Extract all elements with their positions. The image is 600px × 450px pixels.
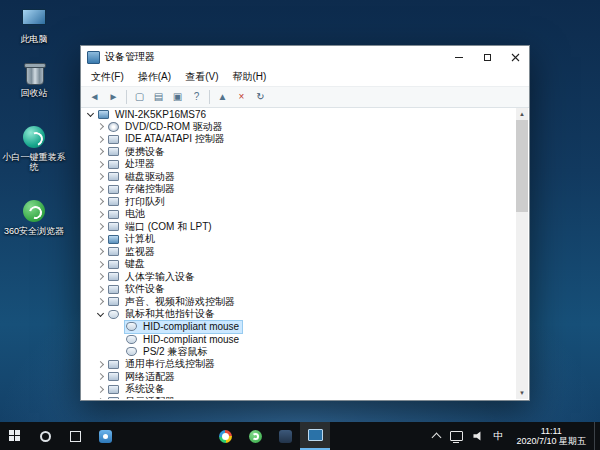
recycle-bin-icon: [19, 60, 49, 86]
expand-chevron-icon[interactable]: [96, 235, 105, 244]
tree-item-hid[interactable]: 人体学输入设备: [82, 271, 515, 284]
expand-chevron-icon[interactable]: [96, 135, 105, 144]
expand-chevron-icon[interactable]: [96, 122, 105, 131]
tray-overflow-button[interactable]: [428, 422, 445, 450]
volume-button[interactable]: [468, 422, 488, 450]
desktop-icon-this-pc[interactable]: 此电脑: [2, 6, 66, 44]
toolbar-properties-button[interactable]: ▣: [168, 88, 187, 106]
toolbar-console-window-button[interactable]: ▢: [130, 88, 149, 106]
tree-item-battery[interactable]: 电池: [82, 208, 515, 221]
tree-item-usb[interactable]: 通用串行总线控制器: [82, 358, 515, 371]
tree-item-ide[interactable]: IDE ATA/ATAPI 控制器: [82, 133, 515, 146]
taskbar-clock[interactable]: 11:11 2020/7/10 星期五: [508, 426, 594, 447]
expand-chevron-icon[interactable]: [96, 160, 105, 169]
tree-item-hid-mouse-1[interactable]: HID-compliant mouse: [82, 321, 515, 334]
expand-chevron-icon[interactable]: [96, 247, 105, 256]
tree-item-dvd[interactable]: DVD/CD-ROM 驱动器: [82, 121, 515, 134]
close-button[interactable]: [501, 46, 529, 68]
menu-view[interactable]: 查看(V): [178, 70, 225, 84]
minimize-button[interactable]: [445, 46, 473, 68]
show-desktop-button[interactable]: [594, 422, 600, 450]
pinned-360-browser[interactable]: [240, 422, 270, 450]
taskbar: 中 11:11 2020/7/10 星期五: [0, 422, 600, 450]
tree-item-cpu[interactable]: 处理器: [82, 158, 515, 171]
collapse-chevron-icon[interactable]: [96, 310, 105, 319]
forward-icon: ►: [109, 92, 119, 102]
ime-indicator[interactable]: 中: [488, 422, 508, 450]
tree-item-display[interactable]: 显示适配器: [82, 396, 515, 400]
tree-item-monitor[interactable]: 监视器: [82, 246, 515, 259]
expand-chevron-icon[interactable]: [96, 285, 105, 294]
menu-bar: 文件(F)操作(A)查看(V)帮助(H): [81, 68, 529, 86]
tree-item-keyboard[interactable]: 键盘: [82, 258, 515, 271]
tree-item-system[interactable]: 系统设备: [82, 383, 515, 396]
toolbar-forward-button[interactable]: ►: [104, 88, 123, 106]
scroll-down-arrow-icon[interactable]: ▼: [516, 387, 528, 399]
close-icon: [511, 53, 520, 62]
tree-item-storage[interactable]: 存储控制器: [82, 183, 515, 196]
toolbar-back-button[interactable]: ◄: [85, 88, 104, 106]
scrollbar-thumb[interactable]: [516, 120, 528, 212]
expand-chevron-icon[interactable]: [96, 210, 105, 219]
toolbar-update-driver-button[interactable]: ▲: [213, 88, 232, 106]
pinned-search-app[interactable]: [210, 422, 240, 450]
pinned-app-1[interactable]: [90, 422, 120, 450]
title-bar[interactable]: 设备管理器: [81, 46, 529, 68]
expand-chevron-icon[interactable]: [96, 185, 105, 194]
sound-device-icon: [108, 297, 119, 306]
mouse-icon: [126, 322, 137, 331]
maximize-button[interactable]: [473, 46, 501, 68]
tree-item-inner[interactable]: 显示适配器: [106, 395, 179, 399]
task-view-button[interactable]: [60, 422, 90, 450]
tree-item-software[interactable]: 软件设备: [82, 283, 515, 296]
tree-item-mouse[interactable]: 鼠标和其他指针设备: [82, 308, 515, 321]
tree-item-network[interactable]: 网络适配器: [82, 371, 515, 384]
expand-chevron-icon[interactable]: [96, 272, 105, 281]
tree-item-printqueue[interactable]: 打印队列: [82, 196, 515, 209]
expand-chevron-icon[interactable]: [96, 260, 105, 269]
expand-chevron-icon[interactable]: [96, 372, 105, 381]
desktop-icon-recycle-bin[interactable]: 回收站: [2, 60, 66, 98]
expand-chevron-icon[interactable]: [96, 172, 105, 181]
disk-drive-icon: [108, 172, 119, 181]
toolbar: ◄►▢▤▣?▲×↻: [81, 86, 529, 108]
tree-item-hid-mouse-2[interactable]: HID-compliant mouse: [82, 333, 515, 346]
expand-chevron-icon[interactable]: [96, 385, 105, 394]
this-pc-icon: [19, 6, 49, 32]
toolbar-scan-hardware-button[interactable]: ↻: [251, 88, 270, 106]
tree-item-ports[interactable]: 端口 (COM 和 LPT): [82, 221, 515, 234]
desktop-icon-xiaobai[interactable]: 小白一键重装系统: [2, 124, 66, 172]
display-adapter-icon: [108, 397, 119, 399]
system-tray: 中 11:11 2020/7/10 星期五: [428, 422, 600, 450]
desktop-icon-browser-360[interactable]: 360安全浏览器: [2, 198, 66, 236]
tree-item-root[interactable]: WIN-2K5KP16MS76: [82, 108, 515, 121]
menu-action[interactable]: 操作(A): [131, 70, 178, 84]
expand-chevron-icon[interactable]: [96, 360, 105, 369]
tree-item-disk[interactable]: 磁盘驱动器: [82, 171, 515, 184]
toolbar-uninstall-button[interactable]: ×: [232, 88, 251, 106]
scroll-up-arrow-icon[interactable]: ▲: [516, 108, 528, 120]
expand-chevron-icon[interactable]: [96, 222, 105, 231]
start-button[interactable]: [0, 422, 30, 450]
mouse-icon: [126, 347, 137, 356]
tree-item-sound[interactable]: 声音、视频和游戏控制器: [82, 296, 515, 309]
cortana-search-button[interactable]: [30, 422, 60, 450]
expand-chevron-icon[interactable]: [96, 197, 105, 206]
device-manager-taskbar-button[interactable]: [300, 422, 330, 450]
collapse-chevron-icon[interactable]: [86, 110, 95, 119]
tree-item-portable[interactable]: 便携设备: [82, 146, 515, 159]
expand-chevron-icon[interactable]: [96, 147, 105, 156]
dvd-icon: [108, 122, 119, 132]
network-status-button[interactable]: [445, 422, 468, 450]
vertical-scrollbar[interactable]: ▲ ▼: [516, 108, 528, 399]
tree-item-ps2-mouse[interactable]: PS/2 兼容鼠标: [82, 346, 515, 359]
menu-help[interactable]: 帮助(H): [225, 70, 273, 84]
expand-chevron-icon[interactable]: [96, 297, 105, 306]
toolbar-export-list-button[interactable]: ▤: [149, 88, 168, 106]
pinned-app-2[interactable]: [270, 422, 300, 450]
toolbar-help-button[interactable]: ?: [187, 88, 206, 106]
tree-item-computer[interactable]: 计算机: [82, 233, 515, 246]
colorful-search-icon: [219, 430, 232, 443]
expand-chevron-icon[interactable]: [96, 397, 105, 399]
menu-file[interactable]: 文件(F): [84, 70, 131, 84]
